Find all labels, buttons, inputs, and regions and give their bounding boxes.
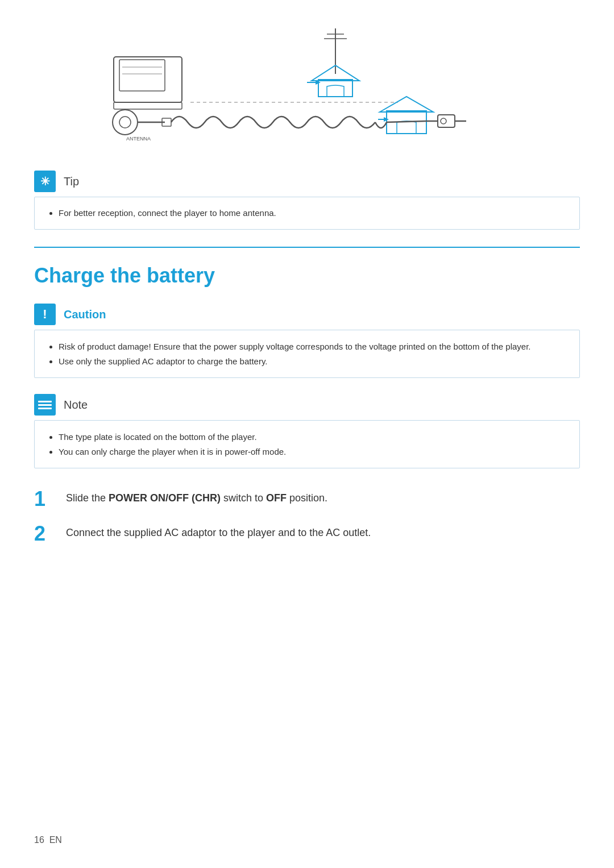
note-icon-line-1	[38, 401, 52, 402]
svg-point-6	[119, 117, 131, 128]
section-divider	[34, 247, 580, 248]
caution-label: Caution	[64, 308, 106, 321]
step-number-2: 2	[34, 521, 50, 546]
connection-diagram: ANTENNA	[108, 23, 506, 148]
step-text-1: Slide the POWER ON/OFF (CHR) switch to O…	[66, 487, 327, 506]
note-label: Note	[64, 398, 88, 412]
page-lang: EN	[49, 835, 62, 845]
note-header: Note	[34, 394, 580, 416]
caution-box: Risk of product damage! Ensure that the …	[34, 330, 580, 378]
diagram-section: ANTENNA	[34, 17, 580, 153]
caution-item-2: Use only the supplied AC adaptor to char…	[59, 354, 568, 369]
page-title: Charge the battery	[34, 264, 580, 288]
note-icon	[34, 394, 56, 416]
tip-list: For better reception, connect the player…	[46, 206, 568, 220]
svg-line-26	[387, 121, 426, 122]
step-2: 2 Connect the supplied AC adaptor to the…	[34, 521, 580, 546]
tip-box: For better reception, connect the player…	[34, 197, 580, 230]
note-box: The type plate is located on the bottom …	[34, 420, 580, 468]
caution-header: ! Caution	[34, 304, 580, 325]
tip-section: ✳ Tip For better reception, connect the …	[34, 171, 580, 230]
caution-icon: !	[34, 304, 56, 325]
page-footer: 16 EN	[34, 835, 62, 845]
svg-marker-19	[380, 97, 433, 112]
tip-icon-symbol: ✳	[40, 175, 50, 188]
note-list: The type plate is located on the bottom …	[46, 430, 568, 459]
note-item-1: The type plate is located on the bottom …	[59, 430, 568, 445]
note-icon-line-2	[38, 404, 52, 406]
caution-section: ! Caution Risk of product damage! Ensure…	[34, 304, 580, 378]
steps-section: 1 Slide the POWER ON/OFF (CHR) switch to…	[34, 487, 580, 546]
caution-list: Risk of product damage! Ensure that the …	[46, 339, 568, 368]
svg-point-5	[113, 110, 138, 135]
tip-label: Tip	[64, 175, 79, 188]
tip-icon: ✳	[34, 171, 56, 192]
svg-marker-14	[318, 80, 352, 97]
svg-rect-2	[114, 102, 182, 109]
svg-rect-0	[114, 57, 182, 102]
svg-point-24	[441, 118, 446, 124]
svg-rect-1	[119, 60, 165, 91]
tip-header: ✳ Tip	[34, 171, 580, 192]
svg-text:ANTENNA: ANTENNA	[126, 136, 151, 142]
tip-item-1: For better reception, connect the player…	[59, 206, 568, 220]
page-number: 16	[34, 835, 44, 845]
note-section: Note The type plate is located on the bo…	[34, 394, 580, 468]
step-1: 1 Slide the POWER ON/OFF (CHR) switch to…	[34, 487, 580, 511]
note-icon-line-3	[38, 408, 52, 409]
caution-icon-symbol: !	[43, 307, 47, 322]
step-text-2: Connect the supplied AC adaptor to the p…	[66, 521, 371, 541]
step-1-bold-2: OFF	[266, 492, 287, 504]
note-item-2: You can only charge the player when it i…	[59, 445, 568, 459]
caution-item-1: Risk of product damage! Ensure that the …	[59, 339, 568, 354]
step-1-bold-1: POWER ON/OFF (CHR)	[109, 492, 221, 504]
step-number-1: 1	[34, 487, 50, 511]
